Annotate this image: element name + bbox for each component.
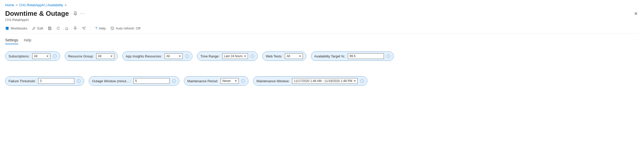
info-icon[interactable]: i xyxy=(53,54,57,58)
outage-window-input[interactable]: 5 xyxy=(133,78,170,84)
info-icon[interactable]: i xyxy=(172,79,176,83)
workbooks-label: Workbooks xyxy=(11,26,27,30)
more-icon[interactable]: ··· xyxy=(80,11,85,16)
chevron-down-icon xyxy=(235,80,237,82)
info-icon[interactable]: i xyxy=(360,79,364,83)
pin-icon[interactable] xyxy=(73,11,78,16)
maintenance-period-dropdown[interactable]: Never xyxy=(221,78,239,84)
filter-web-tests: Web Tests: All xyxy=(262,51,306,61)
failure-threshold-input[interactable]: 3 xyxy=(38,78,74,84)
dropdown-value: All xyxy=(98,54,109,58)
edit-label: Edit xyxy=(37,26,43,30)
close-button[interactable]: ✕ xyxy=(633,10,639,18)
info-icon[interactable]: i xyxy=(387,54,390,58)
filter-resource-group: Resource Group: All xyxy=(65,51,118,61)
tab-help[interactable]: Help xyxy=(24,38,31,44)
dropdown-value: All xyxy=(287,54,297,58)
refresh-icon[interactable] xyxy=(56,26,60,30)
edit-button[interactable]: Edit xyxy=(32,26,43,30)
filters-row-1: Subscriptions: All i Resource Group: All… xyxy=(5,51,639,61)
info-icon[interactable]: i xyxy=(185,54,189,58)
save-icon[interactable] xyxy=(48,26,52,30)
filter-label: Time Range: xyxy=(200,54,220,58)
breadcrumb: Home > CH1-RetailAppAI | Availability > xyxy=(5,3,639,7)
info-icon[interactable]: i xyxy=(251,54,254,58)
title-bar: Downtime & Outage ··· ✕ xyxy=(5,10,639,18)
info-icon[interactable]: i xyxy=(241,79,245,83)
workbooks-button[interactable]: Workbooks xyxy=(5,26,27,30)
pin-toolbar-icon[interactable] xyxy=(73,26,77,30)
breadcrumb-home[interactable]: Home xyxy=(5,3,14,7)
filter-label: Outage Window (minut... : xyxy=(92,79,131,83)
filters-row-2: Failure Threshold: 3 i Outage Window (mi… xyxy=(5,76,639,86)
toolbar: Workbooks Edit ? Help Auto refresh: Off xyxy=(5,26,639,33)
chevron-down-icon xyxy=(299,56,301,57)
page-subtitle: CH1-RetailAppAI xyxy=(5,18,639,22)
chevron-down-icon xyxy=(354,80,356,82)
chevron-down-icon xyxy=(244,56,246,57)
breadcrumb-sep: > xyxy=(65,3,67,7)
filter-label: App Insights Resources: xyxy=(126,54,162,58)
chevron-down-icon xyxy=(46,56,49,57)
filter-maintenance-window: Maintenance Window: 11/17/2020 1:48 AM -… xyxy=(253,76,367,86)
app-insights-dropdown[interactable]: All xyxy=(165,53,183,59)
resource-group-dropdown[interactable]: All xyxy=(96,53,114,59)
share-icon[interactable] xyxy=(82,26,86,30)
filter-label: Maintenance Period: xyxy=(187,79,218,83)
notify-icon[interactable] xyxy=(65,26,69,30)
filter-label: Subscriptions: xyxy=(9,54,30,58)
toolbar-separator xyxy=(90,26,91,31)
maintenance-window-dropdown[interactable]: 11/17/2020 1:48 AM - 11/18/2020 1:48 PM xyxy=(292,78,358,84)
input-value: 99.5 xyxy=(350,54,382,58)
breadcrumb-parent[interactable]: CH1-RetailAppAI | Availability xyxy=(19,3,63,7)
svg-point-2 xyxy=(84,28,85,29)
time-range-dropdown[interactable]: Last 24 hours xyxy=(222,53,248,59)
filter-label: Availability Target %: xyxy=(314,54,345,58)
dropdown-value: 11/17/2020 1:48 AM - 11/18/2020 1:48 PM xyxy=(294,79,352,83)
chevron-down-icon xyxy=(110,56,112,57)
tab-settings[interactable]: Settings xyxy=(5,38,18,44)
filter-maintenance-period: Maintenance Period: Never i xyxy=(184,76,248,86)
filter-outage-window: Outage Window (minut... : 5 i xyxy=(89,76,179,86)
availability-target-input[interactable]: 99.5 xyxy=(348,53,384,59)
filter-label: Resource Group: xyxy=(68,54,94,58)
help-button[interactable]: ? Help xyxy=(95,26,106,30)
filter-subscriptions: Subscriptions: All i xyxy=(5,51,60,61)
autorefresh-button[interactable]: Auto refresh: Off xyxy=(110,26,140,30)
svg-rect-0 xyxy=(6,27,9,29)
autorefresh-label: Auto refresh: Off xyxy=(116,26,140,30)
svg-point-1 xyxy=(83,27,84,28)
filter-label: Maintenance Window: xyxy=(256,79,289,83)
dropdown-value: Never xyxy=(222,79,233,83)
web-tests-dropdown[interactable]: All xyxy=(285,53,303,59)
dropdown-value: All xyxy=(166,54,177,58)
breadcrumb-sep: > xyxy=(16,3,18,7)
filter-label: Web Tests: xyxy=(266,54,282,58)
input-value: 5 xyxy=(135,79,168,83)
filter-app-insights: App Insights Resources: All i xyxy=(122,51,192,61)
filter-label: Failure Threshold: xyxy=(9,79,36,83)
chevron-down-icon xyxy=(179,56,181,57)
page-title: Downtime & Outage xyxy=(5,10,69,18)
dropdown-value: Last 24 hours xyxy=(224,54,243,58)
input-value: 3 xyxy=(40,79,73,83)
filter-availability-target: Availability Target %: 99.5 i xyxy=(311,51,393,61)
filter-failure-threshold: Failure Threshold: 3 i xyxy=(5,76,84,86)
tabs: Settings Help xyxy=(5,38,639,44)
help-label: Help xyxy=(99,26,106,30)
info-icon[interactable]: i xyxy=(77,79,81,83)
subscriptions-dropdown[interactable]: All xyxy=(32,53,50,59)
help-icon: ? xyxy=(95,26,97,30)
dropdown-value: All xyxy=(34,54,45,58)
filter-time-range: Time Range: Last 24 hours i xyxy=(197,51,258,61)
